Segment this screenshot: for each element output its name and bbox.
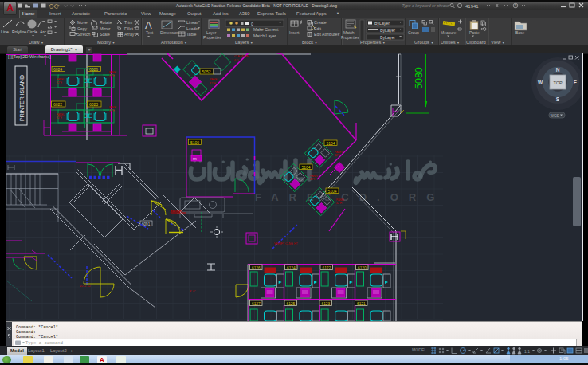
svg-text:6024: 6024 [53, 67, 62, 72]
svg-text:PANEL: PANEL [210, 78, 219, 81]
svg-text:6125: 6125 [287, 302, 296, 306]
svg-text:6124: 6124 [287, 266, 296, 270]
svg-text:5052: 5052 [202, 69, 211, 74]
svg-text:Text: Text [146, 30, 154, 35]
svg-text:5104: 5104 [327, 141, 335, 146]
svg-text:Properties: Properties [341, 35, 359, 40]
svg-text:Match Layer: Match Layer [253, 33, 276, 38]
svg-text:Line: Line [1, 29, 9, 34]
svg-text:N: N [556, 67, 560, 73]
svg-text:8'-0": 8'-0" [190, 290, 196, 293]
svg-text:Edit: Edit [314, 26, 321, 31]
svg-text:Base: Base [515, 30, 525, 35]
svg-text:6023: 6023 [89, 102, 98, 107]
svg-text:6126: 6126 [252, 266, 261, 270]
svg-text:?: ? [515, 3, 517, 8]
svg-text:S: S [556, 96, 560, 102]
svg-text:Copy: Copy [77, 26, 88, 31]
svg-text:Paste: Paste [469, 30, 480, 35]
svg-text:WCS: WCS [551, 114, 559, 118]
svg-text:Dimension: Dimension [160, 30, 179, 35]
svg-text:Array: Array [124, 32, 135, 37]
svg-text:PRINTER ISLAND: PRINTER ISLAND [19, 75, 25, 121]
svg-text:42"H: 42"H [109, 74, 115, 77]
svg-text:6022: 6022 [53, 102, 62, 107]
svg-text:5100: 5100 [190, 140, 199, 145]
svg-text:Edit Attributes: Edit Attributes [314, 32, 339, 37]
svg-text:Move: Move [77, 20, 88, 25]
svg-text:W: W [538, 80, 543, 85]
svg-text:Make Current: Make Current [253, 27, 279, 32]
svg-text:6091: 6091 [142, 222, 151, 226]
svg-text:Insert: Insert [289, 30, 300, 35]
svg-text:[-][Top][2D Wireframe]: [-][Top][2D Wireframe] [8, 54, 51, 59]
svg-text:E: E [574, 80, 578, 85]
svg-text:ByLayer: ByLayer [380, 35, 395, 40]
svg-text:Trim: Trim [124, 20, 132, 25]
svg-text:6127: 6127 [252, 302, 261, 306]
svg-text:Group: Group [408, 30, 419, 35]
svg-text:Measure: Measure [441, 30, 457, 35]
svg-text:PR: PR [193, 158, 197, 161]
svg-text:Mirror: Mirror [100, 26, 111, 31]
svg-text:6120: 6120 [358, 266, 367, 270]
svg-text:10'-2 1/2": 10'-2 1/2" [80, 285, 92, 288]
svg-text:6122: 6122 [323, 266, 331, 270]
svg-text:Fillet: Fillet [124, 26, 134, 31]
svg-text:Create: Create [314, 20, 327, 25]
svg-text:Stretch: Stretch [77, 32, 91, 37]
svg-text:CLEAN RM: CLEAN RM [234, 55, 249, 58]
svg-text:FARESCD.ORG: FARESCD.ORG [255, 191, 445, 203]
svg-text:ByLayer: ByLayer [380, 28, 395, 33]
svg-text:42"H: 42"H [57, 81, 62, 84]
svg-text:1:1: 1:1 [524, 349, 530, 354]
svg-text:42"H: 42"H [335, 154, 341, 157]
svg-text:Arc: Arc [40, 29, 46, 34]
svg-text:Polyline: Polyline [12, 29, 26, 34]
svg-text:Linear: Linear [186, 20, 198, 25]
svg-text:6123: 6123 [322, 302, 331, 306]
svg-text:6121: 6121 [357, 302, 366, 306]
svg-text:6026: 6026 [89, 67, 98, 72]
svg-text:Properties: Properties [203, 35, 221, 40]
svg-text:Leader: Leader [186, 26, 199, 31]
svg-text:ByLayer: ByLayer [374, 21, 390, 26]
svg-text:Rotate: Rotate [100, 20, 112, 25]
svg-text:5080: 5080 [414, 67, 425, 89]
svg-text:0: 0 [251, 22, 253, 26]
svg-text:42"H: 42"H [210, 82, 216, 85]
svg-text:A: A [145, 19, 152, 31]
svg-text:TOP: TOP [553, 80, 563, 85]
svg-text:6-0: 6-0 [234, 59, 238, 62]
svg-text:Circle: Circle [27, 29, 37, 34]
svg-text:Table: Table [186, 32, 197, 37]
svg-text:VERIFY CLNG HT: VERIFY CLNG HT [274, 242, 298, 245]
svg-text:Scale: Scale [100, 32, 110, 37]
svg-text:41941: 41941 [465, 4, 479, 9]
